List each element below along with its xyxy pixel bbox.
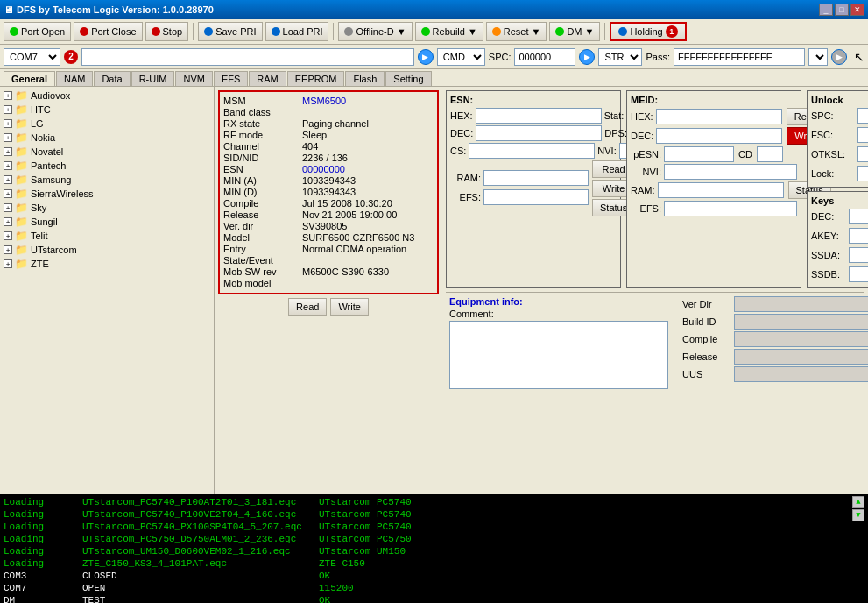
reset-button[interactable]: Reset ▼ — [486, 22, 547, 41]
port-open-icon — [10, 27, 18, 36]
equip-release-input[interactable] — [734, 349, 868, 365]
model-value: SURF6500 CZRF6500 N3 — [302, 232, 414, 243]
expand-sky[interactable]: + — [4, 203, 12, 212]
dm-label: DM — [567, 26, 582, 37]
title-bar-controls[interactable]: _ □ ✕ — [819, 4, 864, 16]
tab-flash[interactable]: Flash — [345, 71, 385, 86]
comment-input[interactable] — [449, 321, 668, 389]
expand-zte[interactable]: + — [4, 259, 12, 268]
meid-dec-input[interactable] — [656, 128, 782, 144]
esn-cs-label: CS: — [450, 145, 466, 156]
key-dec-input[interactable] — [849, 209, 868, 224]
equip-build-id-label: Build ID — [682, 316, 730, 327]
tab-data[interactable]: Data — [94, 71, 130, 86]
tab-ruim[interactable]: R-UIM — [131, 71, 175, 86]
pass-btn[interactable]: ▶ — [831, 49, 847, 65]
meid-efs-input[interactable] — [664, 201, 797, 216]
close-button[interactable]: ✕ — [850, 4, 864, 16]
expand-lg[interactable]: + — [4, 119, 12, 128]
offline-d-button[interactable]: Offline-D ▼ — [338, 22, 412, 41]
esn-ram-input[interactable] — [483, 170, 589, 186]
tab-general[interactable]: General — [4, 71, 55, 86]
spc-btn[interactable]: ▶ — [579, 49, 595, 65]
esn-hex-input[interactable] — [476, 108, 602, 124]
cmd-select[interactable]: CMD — [437, 48, 485, 66]
pass-input[interactable] — [674, 48, 805, 66]
expand-utstarcom[interactable]: + — [4, 245, 12, 254]
expand-nokia[interactable]: + — [4, 133, 12, 142]
device-pantech[interactable]: + 📁 Pantech — [2, 159, 212, 173]
expand-htc[interactable]: + — [4, 105, 12, 114]
tab-ram[interactable]: RAM — [249, 71, 286, 86]
device-samsung[interactable]: + 📁 Samsung — [2, 173, 212, 187]
device-telit[interactable]: + 📁 Telit — [2, 229, 212, 243]
holding-button[interactable]: Holding 1 — [610, 22, 686, 41]
minimize-button[interactable]: _ — [819, 4, 833, 16]
unlock-otksl-input[interactable] — [857, 146, 868, 162]
meid-hex-input[interactable] — [656, 109, 782, 124]
key-ssda-input[interactable] — [849, 247, 868, 263]
expand-sungil[interactable]: + — [4, 217, 12, 226]
esn-dec-input[interactable] — [476, 125, 602, 141]
equip-uus-input[interactable] — [734, 366, 868, 382]
stop-button[interactable]: Stop — [145, 22, 189, 41]
pesn-input[interactable] — [664, 146, 734, 162]
port-select[interactable]: COM7 — [4, 48, 60, 66]
esn-cs-input[interactable] — [469, 143, 595, 159]
device-sierra[interactable]: + 📁 SierraWireless — [2, 187, 212, 201]
device-audiovox[interactable]: + 📁 Audiovox — [2, 89, 212, 103]
command-btn[interactable]: ▶ — [418, 49, 434, 65]
device-zte[interactable]: + 📁 ZTE — [2, 257, 212, 271]
device-sky[interactable]: + 📁 Sky — [2, 201, 212, 215]
device-lg[interactable]: + 📁 LG — [2, 117, 212, 131]
unlock-spc-input[interactable] — [857, 108, 868, 124]
key-akey-input[interactable] — [849, 228, 868, 244]
dm-button[interactable]: DM ▼ — [549, 22, 600, 41]
device-sungil[interactable]: + 📁 Sungil — [2, 215, 212, 229]
equip-compile-input[interactable] — [734, 331, 868, 347]
tab-eeprom[interactable]: EEPROM — [287, 71, 345, 86]
meid-nvi-input[interactable] — [664, 164, 797, 180]
cd-input[interactable] — [757, 146, 783, 162]
tab-efs[interactable]: EFS — [214, 71, 248, 86]
info-read-button[interactable]: Read — [288, 298, 327, 316]
expand-pantech[interactable]: + — [4, 161, 12, 170]
device-nokia[interactable]: + 📁 Nokia — [2, 131, 212, 145]
device-utstarcom[interactable]: + 📁 UTstarcom — [2, 243, 212, 257]
port-open-button[interactable]: Port Open — [4, 22, 71, 41]
equip-build-id-input[interactable] — [734, 314, 868, 330]
meid-ram-input[interactable] — [658, 182, 784, 198]
tab-setting[interactable]: Setting — [385, 71, 431, 86]
expand-audiovox[interactable]: + — [4, 91, 12, 100]
command-input[interactable] — [81, 48, 414, 66]
str-select[interactable]: STR — [598, 48, 642, 66]
console-scroll-up[interactable]: ▲ — [852, 496, 864, 508]
device-novatel[interactable]: + 📁 Novatel — [2, 145, 212, 159]
info-write-button[interactable]: Write — [330, 298, 368, 316]
pass-select[interactable]: ▼ — [808, 48, 828, 66]
console-scroll-down[interactable]: ▼ — [852, 509, 864, 521]
port-close-button[interactable]: Port Close — [74, 22, 142, 41]
load-pri-button[interactable]: Load PRI — [265, 22, 329, 41]
device-utstarcom-label: UTstarcom — [31, 245, 77, 255]
key-ssdb-input[interactable] — [849, 266, 868, 282]
unlock-fsc-input[interactable] — [857, 127, 868, 143]
rebuild-button[interactable]: Rebuild ▼ — [415, 22, 483, 41]
expand-novatel[interactable]: + — [4, 147, 12, 156]
console-panel[interactable]: ▲ ▼ LoadingUTstarcom_PC5740_P100AT2T01_3… — [0, 494, 868, 603]
sid-nid-row: SID/NID 2236 / 136 — [223, 153, 434, 163]
model-row: Model SURF6500 CZRF6500 N3 — [223, 232, 434, 243]
maximize-button[interactable]: □ — [835, 4, 849, 16]
spc-input[interactable] — [514, 48, 575, 66]
tab-nam[interactable]: NAM — [56, 71, 93, 86]
device-htc[interactable]: + 📁 HTC — [2, 103, 212, 117]
tab-nvm[interactable]: NVM — [175, 71, 212, 86]
equip-ver-dir-input[interactable] — [734, 296, 868, 312]
save-pri-button[interactable]: Save PRI — [198, 22, 262, 41]
meid-hex-label: HEX: — [631, 111, 653, 122]
expand-telit[interactable]: + — [4, 231, 12, 240]
unlock-lock-input[interactable] — [857, 166, 868, 181]
expand-samsung[interactable]: + — [4, 175, 12, 184]
expand-sierra[interactable]: + — [4, 189, 12, 198]
esn-efs-input[interactable] — [483, 189, 589, 205]
